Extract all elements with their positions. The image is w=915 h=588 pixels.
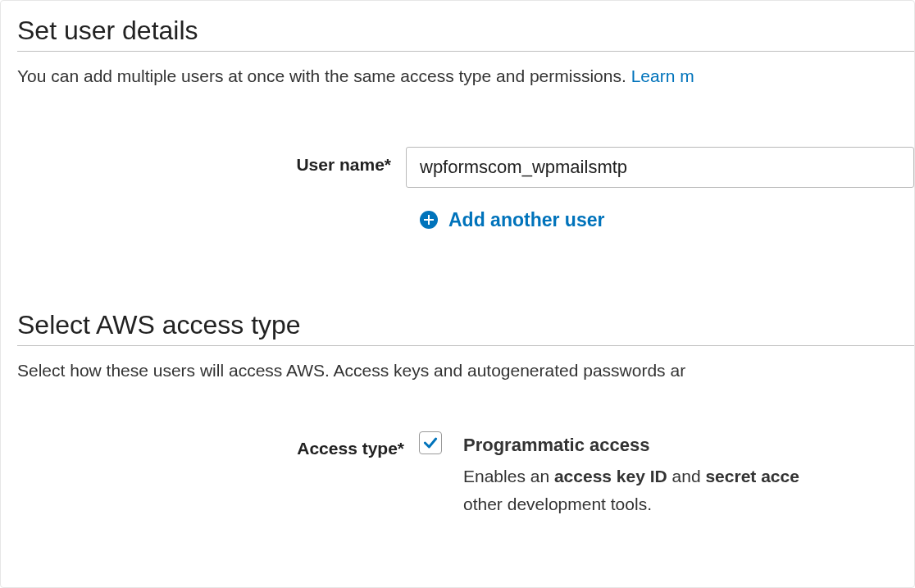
section-title-user-details: Set user details bbox=[17, 16, 914, 46]
section-title-access-type: Select AWS access type bbox=[17, 310, 914, 340]
access-key-id-text: access key ID bbox=[554, 467, 667, 485]
programmatic-access-title: Programmatic access bbox=[463, 431, 799, 459]
learn-more-link[interactable]: Learn m bbox=[631, 66, 694, 85]
username-row: User name* bbox=[17, 147, 914, 188]
programmatic-access-checkbox[interactable] bbox=[419, 431, 442, 454]
secret-access-text: secret acce bbox=[705, 467, 799, 485]
username-field-wrap bbox=[406, 147, 914, 188]
checkmark-icon bbox=[422, 435, 439, 451]
access-type-row: Access type* Programmatic access Enables… bbox=[17, 431, 914, 517]
svg-rect-2 bbox=[424, 219, 434, 221]
programmatic-access-option: Programmatic access Enables an access ke… bbox=[463, 431, 799, 517]
divider bbox=[17, 51, 914, 52]
username-input[interactable] bbox=[406, 147, 914, 188]
programmatic-desc-pre: Enables an bbox=[463, 467, 554, 485]
user-details-desc-text: You can add multiple users at once with … bbox=[17, 66, 626, 85]
access-type-label: Access type* bbox=[17, 431, 419, 458]
add-another-user-button[interactable]: Add another user bbox=[419, 209, 914, 231]
programmatic-desc-mid: and bbox=[667, 467, 706, 485]
section-desc-access-type: Select how these users will access AWS. … bbox=[17, 358, 914, 384]
username-label: User name* bbox=[17, 147, 406, 175]
add-another-user-label: Add another user bbox=[448, 209, 604, 231]
programmatic-desc-line2: other development tools. bbox=[463, 495, 652, 513]
divider bbox=[17, 345, 914, 346]
plus-circle-icon bbox=[419, 210, 439, 230]
access-type-option: Programmatic access Enables an access ke… bbox=[419, 431, 799, 517]
section-desc-user-details: You can add multiple users at once with … bbox=[17, 63, 914, 89]
